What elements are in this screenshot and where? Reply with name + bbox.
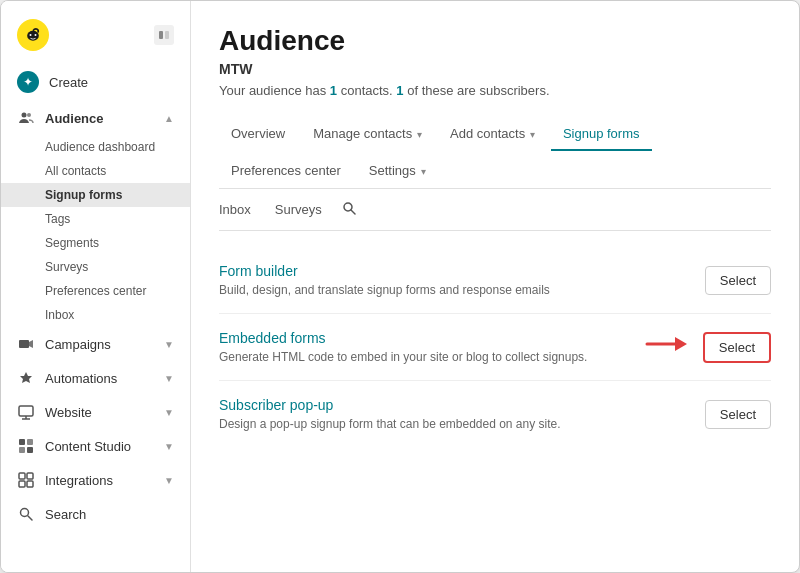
website-icon	[17, 403, 35, 421]
sidebar-item-preferences-center[interactable]: Preferences center	[1, 279, 190, 303]
form-builder-desc: Build, design, and translate signup form…	[219, 283, 689, 297]
search-nav-icon	[17, 505, 35, 523]
create-icon: ✦	[17, 71, 39, 93]
subscriber-popup-desc: Design a pop-up signup form that can be …	[219, 417, 689, 431]
page-title: Audience	[219, 25, 771, 57]
sidebar-item-create[interactable]: ✦ Create	[1, 63, 190, 101]
sidebar-item-audience-dashboard[interactable]: Audience dashboard	[1, 135, 190, 159]
manage-contacts-chevron-icon: ▾	[414, 129, 422, 140]
svg-point-1	[30, 34, 32, 36]
add-contacts-chevron-icon: ▾	[527, 129, 535, 140]
form-option-subscriber-popup: Subscriber pop-up Design a pop-up signup…	[219, 381, 771, 447]
sidebar-campaigns-label: Campaigns	[45, 337, 154, 352]
svg-rect-11	[19, 447, 25, 453]
automations-chevron-icon: ▼	[164, 373, 174, 384]
audience-description: Your audience has 1 contacts. 1 of these…	[219, 83, 771, 98]
sidebar-item-audience[interactable]: Audience ▲	[1, 101, 190, 135]
main-area: Audience MTW Your audience has 1 contact…	[191, 1, 799, 572]
svg-rect-4	[165, 31, 169, 39]
audience-icon	[17, 109, 35, 127]
svg-rect-10	[27, 439, 33, 445]
automations-icon	[17, 369, 35, 387]
embedded-forms-desc: Generate HTML code to embed in your site…	[219, 350, 629, 364]
svg-rect-8	[19, 406, 33, 416]
sidebar-item-content-studio[interactable]: Content Studio ▼	[1, 429, 190, 463]
sidebar-item-inbox[interactable]: Inbox	[1, 303, 190, 327]
sidebar: ✦ Create Audience ▲ Audience dashb	[1, 1, 191, 572]
mailchimp-logo	[17, 19, 49, 51]
embedded-forms-title[interactable]: Embedded forms	[219, 330, 629, 346]
main-content: Audience MTW Your audience has 1 contact…	[191, 1, 799, 572]
sidebar-item-search[interactable]: Search	[1, 497, 190, 531]
tab-search-button[interactable]	[334, 197, 364, 222]
svg-rect-9	[19, 439, 25, 445]
audience-desc-prefix: Your audience has	[219, 83, 330, 98]
svg-point-2	[35, 34, 37, 36]
tab-inbox[interactable]: Inbox	[219, 198, 263, 221]
sidebar-item-label: Create	[49, 75, 174, 90]
settings-chevron-icon: ▾	[418, 166, 426, 177]
sidebar-audience-label: Audience	[45, 111, 154, 126]
svg-rect-15	[19, 481, 25, 487]
form-option-embedded-forms: Embedded forms Generate HTML code to emb…	[219, 314, 771, 381]
subscriber-popup-select-button[interactable]: Select	[705, 400, 771, 429]
sidebar-item-automations[interactable]: Automations ▼	[1, 361, 190, 395]
form-builder-title[interactable]: Form builder	[219, 263, 689, 279]
embedded-forms-arrow-container: Select	[645, 332, 771, 363]
app-window: ✦ Create Audience ▲ Audience dashb	[0, 0, 800, 573]
audience-sub-nav: Audience dashboard All contacts Signup f…	[1, 135, 190, 327]
svg-rect-16	[27, 481, 33, 487]
audience-desc-suffix: of these are subscribers.	[404, 83, 550, 98]
svg-point-17	[21, 509, 29, 517]
svg-rect-12	[27, 447, 33, 453]
svg-rect-7	[19, 340, 29, 348]
sidebar-item-all-contacts[interactable]: All contacts	[1, 159, 190, 183]
sidebar-item-signup-forms[interactable]: Signup forms	[1, 183, 190, 207]
tab-surveys[interactable]: Surveys	[263, 198, 334, 221]
sidebar-item-segments[interactable]: Segments	[1, 231, 190, 255]
svg-rect-13	[19, 473, 25, 479]
sidebar-item-integrations[interactable]: Integrations ▼	[1, 463, 190, 497]
website-chevron-icon: ▼	[164, 407, 174, 418]
sidebar-content-label: Content Studio	[45, 439, 154, 454]
form-builder-select-button[interactable]: Select	[705, 266, 771, 295]
sidebar-item-campaigns[interactable]: Campaigns ▼	[1, 327, 190, 361]
sidebar-automations-label: Automations	[45, 371, 154, 386]
content-studio-icon	[17, 437, 35, 455]
tab-settings[interactable]: Settings ▾	[357, 155, 438, 188]
sidebar-item-tags[interactable]: Tags	[1, 207, 190, 231]
campaigns-chevron-icon: ▼	[164, 339, 174, 350]
tab-overview[interactable]: Overview	[219, 118, 297, 151]
audience-count: 1	[330, 83, 337, 98]
secondary-tabs: Inbox Surveys	[219, 189, 771, 231]
sidebar-integrations-label: Integrations	[45, 473, 154, 488]
tab-signup-forms[interactable]: Signup forms	[551, 118, 652, 151]
svg-point-6	[27, 113, 31, 117]
audience-desc-middle: contacts.	[337, 83, 396, 98]
tab-add-contacts[interactable]: Add contacts ▾	[438, 118, 547, 151]
sidebar-item-website[interactable]: Website ▼	[1, 395, 190, 429]
sidebar-website-label: Website	[45, 405, 154, 420]
sidebar-item-surveys[interactable]: Surveys	[1, 255, 190, 279]
sidebar-toggle-button[interactable]	[154, 25, 174, 45]
embedded-forms-select-button[interactable]: Select	[703, 332, 771, 363]
sidebar-search-label: Search	[45, 507, 174, 522]
campaigns-icon	[17, 335, 35, 353]
subscriber-popup-title[interactable]: Subscriber pop-up	[219, 397, 689, 413]
audience-subscribers: 1	[396, 83, 403, 98]
svg-rect-14	[27, 473, 33, 479]
form-option-form-builder: Form builder Build, design, and translat…	[219, 247, 771, 314]
sidebar-header	[1, 11, 190, 63]
integrations-icon	[17, 471, 35, 489]
tab-manage-contacts[interactable]: Manage contacts ▾	[301, 118, 434, 151]
sidebar-nav: ✦ Create Audience ▲ Audience dashb	[1, 63, 190, 572]
svg-point-5	[22, 113, 27, 118]
tab-preferences-center[interactable]: Preferences center	[219, 155, 353, 188]
svg-rect-3	[159, 31, 163, 39]
content-chevron-icon: ▼	[164, 441, 174, 452]
integrations-chevron-icon: ▼	[164, 475, 174, 486]
audience-name: MTW	[219, 61, 771, 77]
primary-tabs: Overview Manage contacts ▾ Add contacts …	[219, 118, 771, 189]
red-arrow-icon	[645, 332, 695, 362]
form-options-list: Form builder Build, design, and translat…	[219, 247, 771, 447]
